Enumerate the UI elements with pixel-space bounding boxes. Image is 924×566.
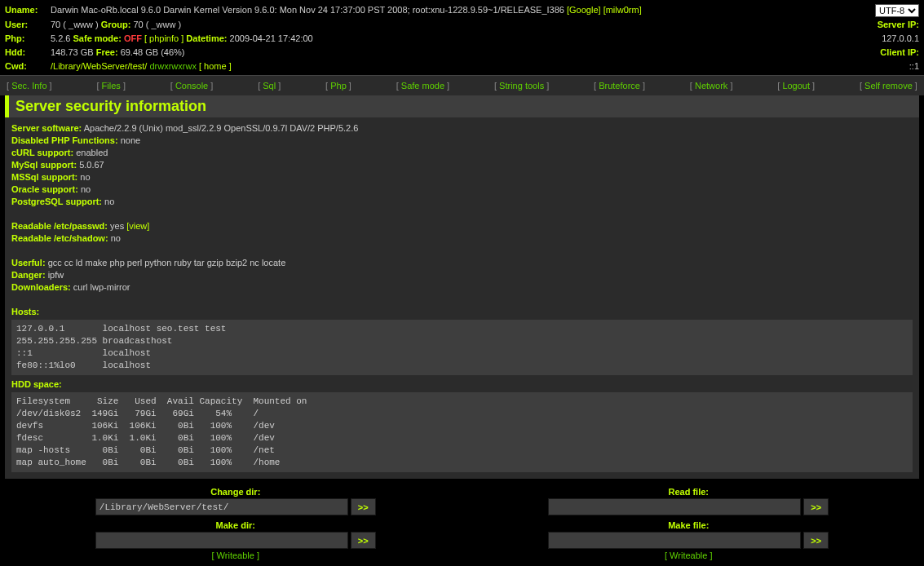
nav-self-remove[interactable]: Self remove <box>864 81 913 91</box>
php-version: 5.2.6 <box>51 33 70 43</box>
hosts-k: Hosts: <box>11 306 913 318</box>
read-file-label: Read file: <box>512 487 866 497</box>
make-file-go[interactable]: >> <box>803 532 829 549</box>
pg-v: no <box>104 197 114 206</box>
user-value: 70 ( _www ) <box>51 20 99 29</box>
hdd-free-label: Free: <box>96 47 118 57</box>
passwd-v: yes <box>110 221 124 231</box>
group-value: 70 ( _www ) <box>133 20 181 29</box>
mssql-v: no <box>80 172 90 182</box>
cwd-perm: drwxrwxrwx <box>149 61 196 71</box>
server-software-v: Apache/2.2.9 (Unix) mod_ssl/2.2.9 OpenSS… <box>84 123 359 133</box>
shadow-k: Readable /etc/shadow: <box>11 233 108 243</box>
nav-bruteforce[interactable]: Bruteforce <box>599 81 640 91</box>
disabled-k: Disabled PHP Functions: <box>11 135 118 145</box>
nav-console[interactable]: Console <box>175 81 208 91</box>
nav-safe-mode[interactable]: Safe mode <box>401 81 444 91</box>
mssql-k: MSSql support: <box>11 172 77 182</box>
nav-logout[interactable]: Logout <box>782 81 810 91</box>
change-dir-label: Change dir: <box>59 487 413 497</box>
danger-k: Danger: <box>11 270 46 280</box>
shadow-v: no <box>111 233 121 243</box>
content-panel: Server software: Apache/2.2.9 (Unix) mod… <box>5 117 919 479</box>
make-dir-label: Make dir: <box>59 520 413 530</box>
page-title: Server security information <box>5 95 919 117</box>
pg-k: PostgreSQL support: <box>11 197 102 206</box>
userful-v: gcc cc ld make php perl python ruby tar … <box>48 258 286 268</box>
curl-v: enabled <box>76 148 108 157</box>
nav-files[interactable]: Files <box>102 81 121 91</box>
danger-v: ipfw <box>48 270 64 280</box>
hddspace-k: HDD space: <box>11 378 913 391</box>
group-label: Group: <box>101 20 131 29</box>
google-link[interactable]: [Google] <box>567 5 601 15</box>
make-file-input[interactable] <box>548 532 801 549</box>
hdd-free: 69.48 GB (46%) <box>121 47 185 57</box>
encoding-select[interactable]: UTF-8 <box>875 4 919 17</box>
nav-php[interactable]: Php <box>330 81 347 91</box>
header-panel: Uname: Darwin Mac-oRb.local 9.6.0 Darwin… <box>0 0 924 76</box>
hdd-total: 148.73 GB <box>51 47 94 57</box>
nav-string-tools[interactable]: String tools <box>499 81 544 91</box>
safemode-value: OFF <box>124 33 142 43</box>
userful-k: Userful: <box>11 258 46 268</box>
hosts-pre: 127.0.0.1 localhost seo.test test 255.25… <box>11 320 913 375</box>
nav-bar: [ Sec. Info ][ Files ][ Console ][ Sql ]… <box>0 76 924 95</box>
php-label: Php: <box>5 32 51 46</box>
make-dir-go[interactable]: >> <box>351 532 376 549</box>
cwd-label: Cwd: <box>5 60 51 73</box>
client-ip-value: ::1 <box>805 60 919 73</box>
server-software-k: Server software: <box>11 123 82 133</box>
uname-value: Darwin Mac-oRb.local 9.6.0 Darwin Kernel… <box>51 5 564 15</box>
mysql-v: 5.0.67 <box>79 160 104 170</box>
downloaders-k: Downloaders: <box>11 282 71 292</box>
server-ip-label: Server IP: <box>805 18 919 32</box>
phpinfo-link[interactable]: [ phpinfo ] <box>144 33 183 43</box>
nav-network[interactable]: Network <box>695 81 727 91</box>
oracle-k: Oracle support: <box>11 184 78 194</box>
disabled-v: none <box>121 135 140 145</box>
read-file-input[interactable] <box>548 498 801 515</box>
make-dir-input[interactable] <box>95 532 348 549</box>
safemode-label: Safe mode: <box>73 33 122 43</box>
home-link[interactable]: [ home ] <box>199 61 232 71</box>
downloaders-v: curl lwp-mirror <box>73 282 130 292</box>
nav-sql[interactable]: Sql <box>263 81 276 91</box>
user-label: User: <box>5 18 51 32</box>
read-file-go[interactable]: >> <box>803 498 829 515</box>
mysql-k: MySql support: <box>11 160 77 170</box>
client-ip-label: Client IP: <box>805 46 919 60</box>
footer-panel: Change dir: >> Read file: >> Make dir: <box>0 479 924 566</box>
uname-label: Uname: <box>5 3 51 18</box>
change-dir-go[interactable]: >> <box>351 498 376 515</box>
make-file-label: Make file: <box>512 520 866 530</box>
curl-k: cURL support: <box>11 148 73 157</box>
milw0rm-link[interactable]: [milw0rm] <box>603 5 642 15</box>
make-dir-writeable: [ Writeable ] <box>59 551 413 560</box>
passwd-view-link[interactable]: [view] <box>126 221 149 231</box>
server-ip-value: 127.0.0.1 <box>805 32 919 46</box>
cwd-path[interactable]: /Library/WebServer/test/ <box>51 61 147 71</box>
datetime-value: 2009-04-21 17:42:00 <box>230 33 313 43</box>
oracle-v: no <box>81 184 91 194</box>
passwd-k: Readable /etc/passwd: <box>11 221 108 231</box>
change-dir-input[interactable] <box>95 498 348 515</box>
datetime-label: Datetime: <box>186 33 227 43</box>
hddspace-pre: Filesystem Size Used Avail Capacity Moun… <box>11 392 913 472</box>
nav-sec-info[interactable]: Sec. Info <box>11 81 46 91</box>
make-file-writeable: [ Writeable ] <box>512 551 866 560</box>
hdd-label: Hdd: <box>5 46 51 60</box>
